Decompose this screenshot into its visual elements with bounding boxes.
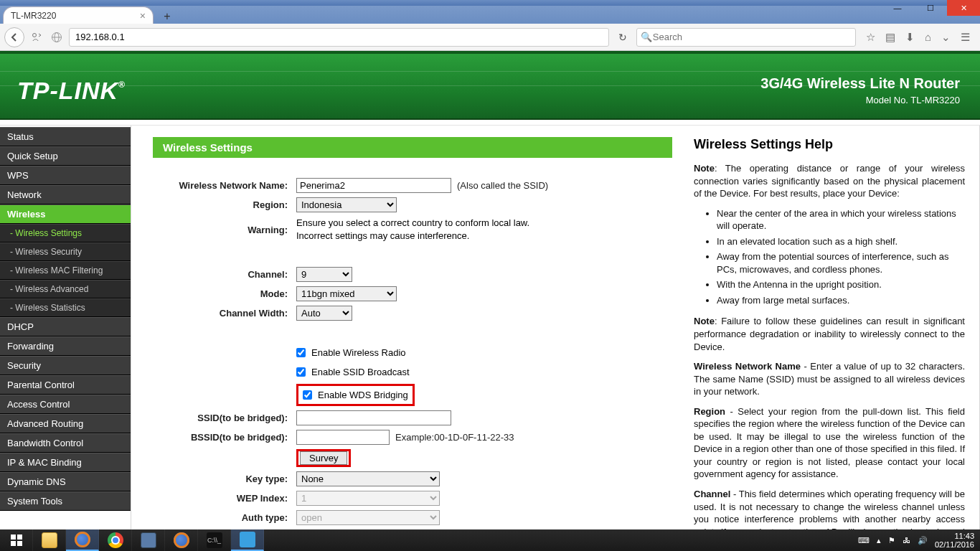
- sidebar: Status Quick Setup WPS Network Wireless …: [0, 126, 131, 529]
- sidebar-item-parental-control[interactable]: Parental Control: [0, 375, 131, 395]
- sidebar-item-dynamic-dns[interactable]: Dynamic DNS: [0, 472, 131, 491]
- sidebar-item-forwarding[interactable]: Forwarding: [0, 336, 131, 356]
- tray-expand-icon[interactable]: ▴: [877, 536, 881, 545]
- svg-point-0: [33, 33, 37, 37]
- tab-close-icon[interactable]: ×: [140, 10, 146, 22]
- sidebar-item-status[interactable]: Status: [0, 127, 131, 146]
- channel-width-select[interactable]: Auto: [296, 306, 352, 321]
- sidebar-sub-wireless-security[interactable]: - Wireless Security: [0, 242, 131, 261]
- globe-icon: [49, 29, 65, 45]
- warning-text: Ensure you select a correct country to c…: [296, 217, 529, 242]
- taskbar-app[interactable]: [231, 529, 264, 551]
- router-header: TP-LINK® 3G/4G Wireless Lite N Router Mo…: [0, 51, 980, 120]
- help-note1: Note: The operating distance or range of…: [694, 162, 965, 200]
- new-tab-button[interactable]: +: [158, 9, 176, 24]
- sidebar-item-bandwidth-control[interactable]: Bandwidth Control: [0, 433, 131, 453]
- sidebar-item-quick-setup[interactable]: Quick Setup: [0, 146, 131, 166]
- label-channel: Channel:: [153, 269, 296, 280]
- keyboard-icon[interactable]: ⌨: [858, 536, 870, 545]
- ssid-input[interactable]: [296, 178, 451, 193]
- downloads-icon[interactable]: ⬇: [905, 31, 915, 44]
- browser-tab[interactable]: TL-MR3220 ×: [3, 6, 154, 24]
- taskbar-cmd[interactable]: C:\\_: [198, 529, 231, 551]
- sidebar-item-wireless[interactable]: Wireless: [0, 204, 131, 224]
- model-label: Model No. TL-MR3220: [760, 95, 960, 105]
- enable-radio-label: Enable Wireless Radio: [311, 347, 406, 358]
- svg-rect-5: [17, 534, 22, 540]
- enable-wds-checkbox[interactable]: [303, 390, 312, 400]
- region-select[interactable]: Indonesia: [296, 197, 397, 212]
- search-icon: 🔍: [641, 32, 652, 42]
- ssid-bridge-input[interactable]: [296, 410, 451, 425]
- sidebar-item-system-tools[interactable]: System Tools: [0, 491, 131, 511]
- label-auth-type: Auth type:: [153, 512, 296, 523]
- taskbar-explorer[interactable]: [33, 529, 66, 551]
- enable-ssid-broadcast-checkbox[interactable]: [296, 367, 306, 377]
- bssid-bridge-input[interactable]: [296, 430, 390, 445]
- url-input[interactable]: [69, 28, 609, 47]
- sidebar-item-advanced-routing[interactable]: Advanced Routing: [0, 414, 131, 433]
- sidebar-sub-wireless-advanced[interactable]: - Wireless Advanced: [0, 280, 131, 298]
- sidebar-item-access-control[interactable]: Access Control: [0, 395, 131, 414]
- channel-select[interactable]: 9: [296, 267, 352, 282]
- help-channel: Channel - This field determines which op…: [694, 488, 965, 529]
- ssid-hint: (Also called the SSID): [457, 180, 548, 191]
- taskbar-firefox-2[interactable]: [165, 529, 198, 551]
- home-icon[interactable]: ⌂: [925, 31, 931, 44]
- help-note2: Note: Failure to follow these guidelines…: [694, 315, 965, 353]
- back-button[interactable]: [4, 27, 24, 47]
- auth-type-select[interactable]: open: [296, 510, 440, 525]
- sidebar-sub-wireless-settings[interactable]: - Wireless Settings: [0, 224, 131, 242]
- sidebar-item-ip-mac-binding[interactable]: IP & MAC Binding: [0, 453, 131, 472]
- enable-wds-label: Enable WDS Bridging: [318, 390, 408, 400]
- svg-rect-7: [17, 541, 22, 546]
- help-panel[interactable]: Wireless Settings Help Note: The operati…: [679, 126, 979, 529]
- survey-button[interactable]: Survey: [300, 451, 347, 465]
- survey-highlight: Survey: [296, 449, 351, 467]
- sidebar-item-security[interactable]: Security: [0, 356, 131, 375]
- content-panel[interactable]: Wireless Settings Wireless Network Name:…: [131, 126, 679, 529]
- wds-highlight: Enable WDS Bridging: [296, 384, 415, 406]
- network-icon[interactable]: 🖧: [903, 536, 910, 545]
- identity-icon[interactable]: [29, 29, 44, 45]
- volume-icon[interactable]: 🔊: [918, 536, 928, 545]
- enable-ssid-broadcast-label: Enable SSID Broadcast: [311, 367, 410, 377]
- pocket-icon[interactable]: ⌄: [941, 31, 951, 44]
- label-region: Region:: [153, 199, 296, 210]
- taskbar-firefox-1[interactable]: [66, 529, 99, 551]
- svg-rect-6: [11, 541, 16, 546]
- window-close-button[interactable]: ✕: [947, 0, 980, 16]
- page-title: Wireless Settings: [153, 137, 672, 158]
- flag-icon[interactable]: ⚑: [888, 536, 895, 545]
- taskbar-virtualbox[interactable]: [132, 529, 165, 551]
- tab-title: TL-MR3220: [11, 11, 56, 21]
- label-wnn: Wireless Network Name:: [153, 180, 296, 191]
- window-minimize-button[interactable]: —: [881, 0, 914, 16]
- label-channel-width: Channel Width:: [153, 308, 296, 319]
- sidebar-sub-wireless-statistics[interactable]: - Wireless Statistics: [0, 298, 131, 317]
- reload-button[interactable]: ↻: [613, 32, 632, 43]
- mode-select[interactable]: 11bgn mixed: [296, 286, 397, 301]
- clock[interactable]: 11:43 02/11/2016: [935, 532, 974, 549]
- brand-logo: TP-LINK®: [17, 77, 126, 105]
- wep-index-select[interactable]: 1: [296, 491, 440, 506]
- window-maximize-button[interactable]: ☐: [914, 0, 947, 16]
- help-region: Region - Select your region from the pul…: [694, 405, 965, 481]
- label-ssid-bridge: SSID(to be bridged):: [153, 413, 296, 423]
- start-button[interactable]: [0, 529, 33, 551]
- sidebar-sub-wireless-mac[interactable]: - Wireless MAC Filtering: [0, 261, 131, 280]
- browser-toolbar: ↻ 🔍 ☆ ▤ ⬇ ⌂ ⌄ ☰: [0, 24, 980, 51]
- help-list: Near the center of the area in which you…: [717, 207, 965, 307]
- key-type-select[interactable]: None: [296, 471, 440, 486]
- sidebar-item-wps[interactable]: WPS: [0, 166, 131, 185]
- search-input[interactable]: [636, 28, 856, 47]
- sidebar-item-dhcp[interactable]: DHCP: [0, 317, 131, 336]
- bookmark-star-icon[interactable]: ☆: [866, 31, 875, 44]
- menu-icon[interactable]: ☰: [961, 31, 970, 44]
- enable-radio-checkbox[interactable]: [296, 348, 306, 357]
- label-wep-index: WEP Index:: [153, 493, 296, 504]
- system-tray[interactable]: ⌨ ▴ ⚑ 🖧 🔊 11:43 02/11/2016: [858, 532, 980, 549]
- reading-list-icon[interactable]: ▤: [885, 31, 895, 44]
- sidebar-item-network[interactable]: Network: [0, 185, 131, 204]
- taskbar-chrome[interactable]: [99, 529, 132, 551]
